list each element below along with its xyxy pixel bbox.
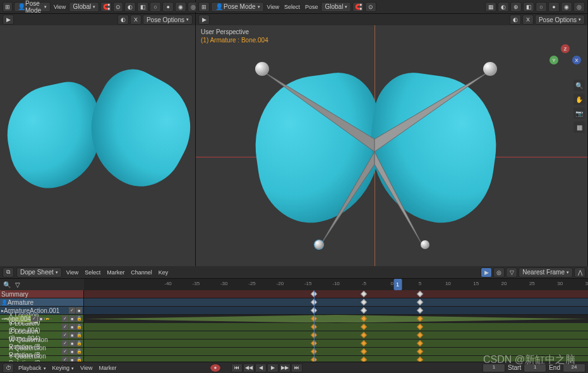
- track-toggle[interactable]: 🔒: [76, 348, 82, 355]
- track-row[interactable]: [84, 339, 588, 348]
- start-frame[interactable]: 1: [524, 364, 546, 372]
- track-toggle[interactable]: 🔒: [76, 315, 82, 322]
- shading-matcap-icon[interactable]: ◉: [561, 2, 572, 12]
- filter-icon[interactable]: ▽: [13, 280, 22, 289]
- dope-menu-select[interactable]: Select: [83, 269, 102, 276]
- shading-solid-icon[interactable]: ●: [548, 2, 560, 12]
- nav-gizmo[interactable]: Z Y X: [549, 44, 581, 76]
- footer-view[interactable]: View: [78, 365, 94, 371]
- viewport-canvas[interactable]: User Perspective (1) Armature : Bone.004: [196, 25, 587, 266]
- track-toggle[interactable]: ✓: [62, 332, 68, 338]
- track-row[interactable]: [84, 290, 588, 298]
- keyframe[interactable]: [417, 315, 423, 322]
- keyframe[interactable]: [361, 299, 367, 305]
- shading-wire-icon[interactable]: ○: [536, 2, 547, 12]
- menu-view[interactable]: View: [52, 4, 68, 10]
- search-icon[interactable]: 🔍: [3, 280, 11, 289]
- mirror-icon[interactable]: ◐: [510, 15, 521, 25]
- viewport-canvas[interactable]: [0, 25, 195, 266]
- track-row[interactable]: [84, 307, 588, 315]
- track-row[interactable]: [84, 323, 588, 331]
- next-keyframe-icon[interactable]: ▶▶: [279, 364, 291, 372]
- track-toggle[interactable]: ✓: [62, 357, 68, 362]
- track-toggle[interactable]: 🔒: [76, 340, 82, 346]
- camera-icon[interactable]: 📷: [573, 107, 585, 119]
- keyframe[interactable]: [361, 332, 367, 338]
- gizmo-icon[interactable]: ⊕: [510, 2, 522, 12]
- playhead[interactable]: [314, 290, 315, 362]
- shading-solid-icon[interactable]: ●: [162, 2, 174, 12]
- zoom-icon[interactable]: 🔍: [573, 80, 585, 91]
- track-toggle[interactable]: ■: [69, 348, 75, 355]
- keyframe[interactable]: [361, 307, 367, 314]
- bone-head[interactable]: [421, 240, 429, 249]
- keyframe[interactable]: [361, 324, 367, 330]
- track-toggle[interactable]: ■: [69, 332, 75, 338]
- track-toggle[interactable]: ■: [69, 340, 75, 346]
- track-toggle[interactable]: 🔒: [76, 332, 82, 338]
- track-row[interactable]: [84, 348, 588, 356]
- autokey-icon[interactable]: ●: [210, 364, 221, 372]
- menu-view[interactable]: View: [265, 4, 281, 10]
- snap-icon[interactable]: 🧲: [352, 2, 364, 12]
- prev-keyframe-icon[interactable]: ◀◀: [243, 364, 255, 372]
- keyframe[interactable]: [361, 340, 367, 346]
- bone-head-selected[interactable]: [315, 240, 323, 249]
- xray-icon[interactable]: ◧: [523, 2, 534, 12]
- track-row[interactable]: [84, 356, 588, 362]
- proportional-icon[interactable]: ◎: [493, 267, 505, 278]
- editor-type-icon[interactable]: ⧉: [3, 267, 14, 278]
- tool-cursor-icon[interactable]: ▶: [198, 15, 210, 25]
- mode-selector[interactable]: 👤Pose Mode: [211, 2, 264, 12]
- keyframe[interactable]: [361, 348, 367, 355]
- play-reverse-icon[interactable]: ◀: [255, 364, 267, 372]
- jump-end-icon[interactable]: ⏭: [291, 364, 303, 372]
- auto-snap-icon[interactable]: ▶: [481, 267, 492, 278]
- sel-all-icon[interactable]: ▦: [485, 2, 496, 12]
- track-row[interactable]: [84, 315, 588, 323]
- overlay-icon[interactable]: ◐: [498, 2, 509, 12]
- track-toggle[interactable]: ■: [69, 324, 75, 330]
- menu-select[interactable]: Select: [282, 4, 302, 10]
- keyframe[interactable]: [417, 340, 423, 346]
- shading-wire-icon[interactable]: ○: [150, 2, 161, 12]
- shading-render-icon[interactable]: ◎: [573, 2, 585, 12]
- dope-mode[interactable]: Dope Sheet: [16, 267, 62, 278]
- mode-selector[interactable]: 👤Pose Mode: [14, 2, 51, 12]
- track-toggle[interactable]: ✓: [62, 348, 68, 355]
- filter-icon[interactable]: ▽: [506, 267, 517, 278]
- x-label[interactable]: X: [130, 15, 141, 25]
- shading-matcap-icon[interactable]: ◉: [175, 2, 186, 12]
- playhead-label[interactable]: 1: [393, 279, 402, 290]
- track-toggle[interactable]: ■: [69, 315, 75, 322]
- track-toggle[interactable]: ✓: [62, 315, 68, 322]
- footer-marker[interactable]: Marker: [97, 365, 118, 371]
- track-toggle[interactable]: ✓: [31, 315, 37, 322]
- gizmo-x[interactable]: Z: [561, 44, 570, 53]
- keyframe[interactable]: [417, 348, 423, 355]
- bone-head[interactable]: [255, 62, 269, 76]
- track-data[interactable]: [84, 290, 588, 362]
- editor-type-icon[interactable]: ⊞: [3, 2, 13, 12]
- mirror-icon[interactable]: ◐: [117, 15, 129, 25]
- keying-menu[interactable]: Keying: [51, 365, 76, 371]
- track-toggle[interactable]: ✓: [69, 307, 75, 314]
- track-label[interactable]: Summary: [0, 290, 83, 298]
- overlay-icon[interactable]: ◐: [124, 2, 136, 12]
- dope-menu-key[interactable]: Key: [157, 269, 171, 276]
- keyframe[interactable]: [361, 315, 367, 322]
- keyframe[interactable]: [417, 307, 423, 314]
- pivot-icon[interactable]: ⊙: [113, 2, 123, 12]
- end-frame[interactable]: 24: [563, 364, 585, 372]
- track-toggle[interactable]: ■: [69, 357, 75, 362]
- perspective-icon[interactable]: ▦: [573, 121, 585, 133]
- track-toggle[interactable]: ✓: [62, 324, 68, 330]
- pose-options[interactable]: Pose Options: [143, 15, 193, 25]
- keyframe[interactable]: [417, 324, 423, 330]
- keyframe[interactable]: [417, 291, 423, 297]
- snap-icon[interactable]: 🧲: [100, 2, 112, 12]
- track-toggle[interactable]: 🔒: [76, 324, 82, 330]
- pivot-icon[interactable]: ⊙: [365, 2, 376, 12]
- track-label[interactable]: 👤 Armature: [0, 298, 83, 307]
- dope-menu-marker[interactable]: Marker: [105, 269, 126, 276]
